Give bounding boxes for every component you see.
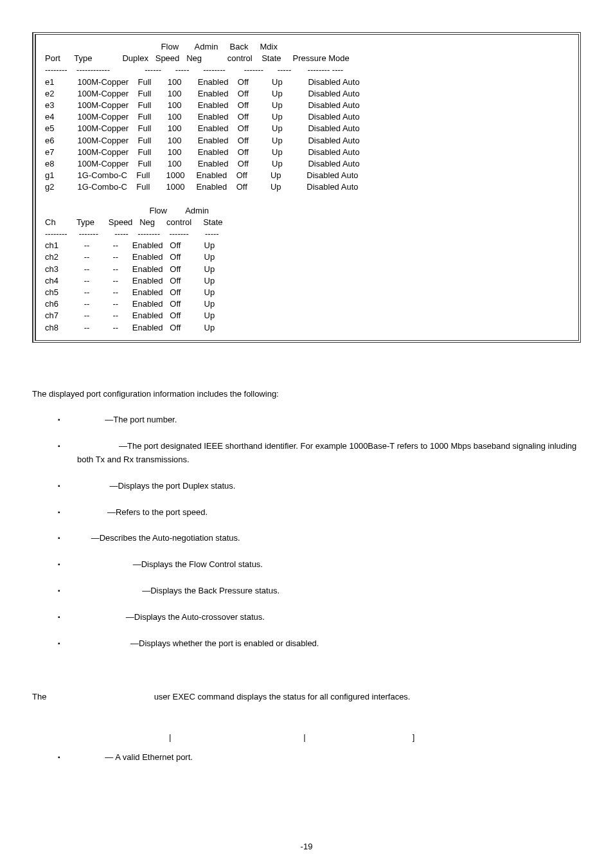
t1r1: e2 100M-Copper Full 100 Enabled Off Up D… [45,89,360,98]
t2r2: ch3 -- -- Enabled Off Up [45,264,215,274]
li-text: —Displays whether the port is enabled or… [77,638,319,648]
list-item: —Displays whether the port is enabled or… [58,637,581,651]
para2-left: The [32,692,49,701]
t2r1: ch2 -- -- Enabled Off Up [45,252,215,262]
t1r5: e6 100M-Copper Full 100 Enabled Off Up D… [45,136,360,145]
t2r5: ch6 -- -- Enabled Off Up [45,299,215,309]
list-item: —Displays the Auto-crossover status. [58,611,581,624]
li-text: —Displays the Back Pressure status. [77,586,280,595]
t2r6: ch7 -- -- Enabled Off Up [45,311,215,320]
list-item: —Displays the Flow Control status. [58,558,581,572]
li-text: —The port number. [77,415,177,424]
t1sep: -------- ------------ ------ ----- -----… [45,65,343,75]
t1h1: Flow Admin Back Mdix [45,42,278,51]
list-item: — A valid Ethernet port. [58,751,581,764]
cli-output-text: Flow Admin Back Mdix Port Type Duplex Sp… [45,41,569,334]
t1r7: e8 100M-Copper Full 100 Enabled Off Up D… [45,159,360,168]
li-text: —The port designated IEEE shorthand iden… [77,441,579,464]
t2r3: ch4 -- -- Enabled Off Up [45,276,215,285]
t2sep: -------- ------- ----- -------- ------- … [45,229,219,239]
li-text: —Displays the port Duplex status. [77,481,235,491]
t1r4: e5 100M-Copper Full 100 Enabled Off Up D… [45,123,360,133]
t2r4: ch5 -- -- Enabled Off Up [45,287,215,297]
list-item: —Displays the Back Pressure status. [58,584,581,598]
page-number: -19 [32,842,581,851]
list-item: —Refers to the port speed. [58,506,581,520]
cli-output-box: Flow Admin Back Mdix Port Type Duplex Sp… [32,32,581,343]
t2r0: ch1 -- -- Enabled Off Up [45,240,215,250]
list-item: —Displays the port Duplex status. [58,480,581,493]
t1r3: e4 100M-Copper Full 100 Enabled Off Up D… [45,112,360,122]
parameter-list: — A valid Ethernet port. [32,751,581,764]
t2h1: Flow Admin [45,206,209,215]
li-text: —Displays the Auto-crossover status. [77,612,265,622]
list-item: —Describes the Auto-negotiation status. [58,532,581,545]
li-text: — A valid Ethernet port. [77,752,193,762]
t1r9: g2 1G-Combo-C Full 1000 Enabled Off Up D… [45,182,358,192]
t2h2: Ch Type Speed Neg control State [45,217,223,227]
t1h2: Port Type Duplex Speed Neg control State… [45,53,350,63]
syntax-line: | | ] [32,731,581,745]
list-item: —The port number. [58,413,581,427]
li-text: —Displays the Flow Control status. [77,559,263,569]
t1r6: e7 100M-Copper Full 100 Enabled Off Up D… [45,147,360,157]
list-item: —The port designated IEEE shorthand iden… [58,440,581,467]
li-text: —Refers to the port speed. [77,507,208,517]
t1r8: g1 1G-Combo-C Full 1000 Enabled Off Up D… [45,170,358,180]
t2r7: ch8 -- -- Enabled Off Up [45,323,215,332]
t1r2: e3 100M-Copper Full 100 Enabled Off Up D… [45,100,360,110]
intro-text: The displayed port configuration informa… [32,388,581,401]
li-text: —Describes the Auto-negotiation status. [77,533,240,543]
para2-right: user EXEC command displays the status fo… [152,692,410,701]
field-description-list: —The port number. —The port designated I… [32,413,581,650]
status-command-description: The user EXEC command displays the statu… [32,689,581,705]
t1r0: e1 100M-Copper Full 100 Enabled Off Up D… [45,77,360,87]
